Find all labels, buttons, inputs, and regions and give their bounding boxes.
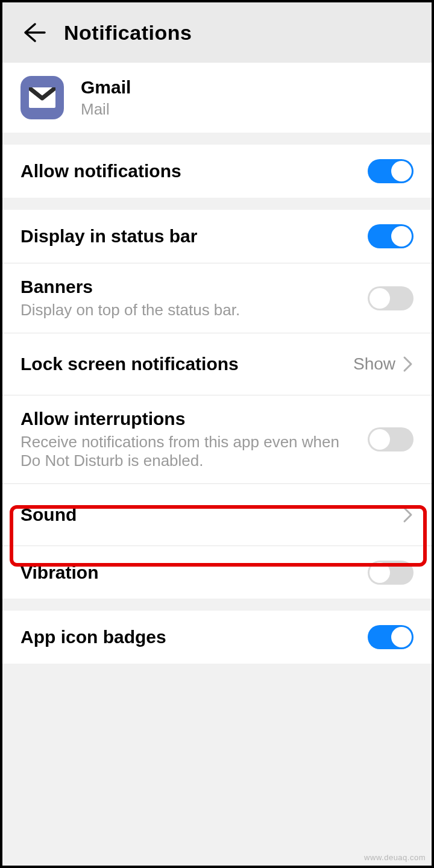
interruptions-sub-label: Receive notifications from this app even… [20, 433, 356, 470]
display-status-bar-label: Display in status bar [20, 226, 368, 247]
section-divider [2, 599, 432, 611]
vibration-label: Vibration [20, 562, 368, 583]
app-subtitle-label: Mail [81, 100, 414, 119]
sound-label: Sound [20, 505, 403, 525]
banners-sub-label: Display on top of the status bar. [20, 301, 368, 319]
vibration-row[interactable]: Vibration [2, 546, 432, 599]
gmail-app-icon [20, 76, 64, 119]
allow-notifications-toggle[interactable] [368, 159, 414, 183]
chevron-right-icon [403, 356, 414, 373]
section-divider [2, 133, 432, 145]
interruptions-label: Allow interruptions [20, 409, 356, 429]
chevron-right-icon [403, 506, 414, 523]
app-info-panel: Gmail Mail [2, 63, 432, 133]
app-badges-label: App icon badges [20, 627, 368, 647]
display-status-bar-row[interactable]: Display in status bar [2, 210, 432, 263]
lock-screen-value: Show [353, 354, 395, 374]
lock-screen-label: Lock screen notifications [20, 354, 353, 374]
interruptions-toggle[interactable] [368, 427, 414, 451]
watermark-text: www.deuaq.com [364, 853, 426, 862]
app-badges-row[interactable]: App icon badges [2, 611, 432, 664]
back-arrow-icon [22, 20, 46, 45]
back-button[interactable] [19, 18, 48, 47]
interruptions-row[interactable]: Allow interruptions Receive notification… [2, 395, 432, 483]
vibration-toggle[interactable] [368, 561, 414, 585]
allow-notifications-row[interactable]: Allow notifications [2, 145, 432, 198]
display-status-bar-toggle[interactable] [368, 224, 414, 248]
allow-notifications-label: Allow notifications [20, 161, 368, 181]
page-title: Notifications [64, 21, 192, 45]
app-badges-toggle[interactable] [368, 625, 414, 649]
section-divider [2, 198, 432, 210]
sound-row[interactable]: Sound [2, 483, 432, 546]
lock-screen-row[interactable]: Lock screen notifications Show [2, 333, 432, 395]
banners-row[interactable]: Banners Display on top of the status bar… [2, 263, 432, 333]
app-row[interactable]: Gmail Mail [2, 63, 432, 133]
header: Notifications [2, 2, 432, 63]
banners-label: Banners [20, 277, 368, 297]
app-name-label: Gmail [81, 77, 414, 98]
banners-toggle[interactable] [368, 286, 414, 310]
